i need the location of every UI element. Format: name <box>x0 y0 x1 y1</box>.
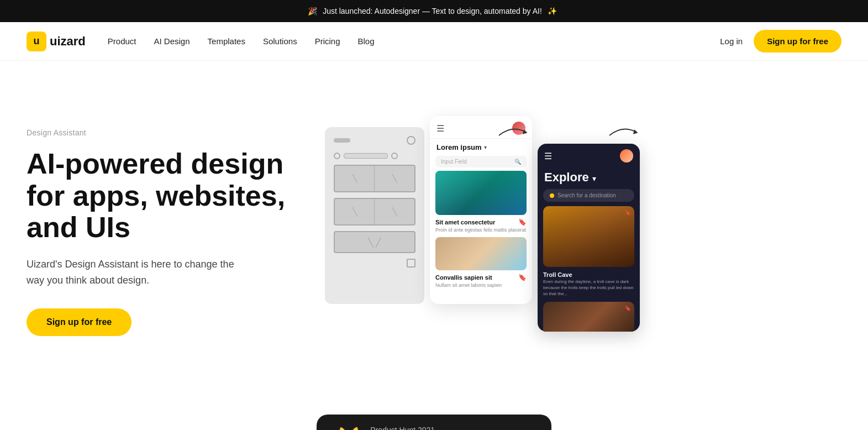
arrow-2-icon <box>607 122 640 141</box>
acd-image-2: 🔖 <box>543 302 634 332</box>
acd-search: Search for a destination <box>543 189 634 202</box>
acl-menu-icon: ☰ <box>436 123 444 134</box>
nav-right: Log in Sign up for free <box>720 30 841 53</box>
acl-bookmark-2-icon: 🔖 <box>518 274 527 281</box>
acl-search: Input Field 🔍 <box>435 156 527 167</box>
acd-menu-icon: ☰ <box>544 151 552 161</box>
acl-image-2 <box>435 237 527 270</box>
hero-section: Design Assistant AI-powered design for a… <box>0 61 868 392</box>
nav-links: Product AI Design Templates Solutions Pr… <box>108 36 720 46</box>
login-button[interactable]: Log in <box>720 36 743 46</box>
hero-visuals: ╲ ╲ ╲ ╲ ╲ ╱ <box>325 116 841 348</box>
acl-chevron-icon: ▾ <box>484 144 487 150</box>
acl-bookmark-1-icon: 🔖 <box>518 218 527 226</box>
main-nav: u uizard Product AI Design Templates Sol… <box>0 22 868 61</box>
banner-emoji-right: ✨ <box>548 7 557 15</box>
bottom-section: 🐱 Product Hunt 2021 Best AI Product of t… <box>0 392 868 430</box>
banner-text: Just launched: Autodesigner — Text to de… <box>323 7 542 15</box>
nav-solutions[interactable]: Solutions <box>263 36 297 46</box>
acl-card2-sub: Nullam sit amet laboris sapien <box>430 282 532 288</box>
acd-bookmark-1-icon: 🔖 <box>624 209 631 216</box>
acd-chevron-icon: ▾ <box>592 174 596 183</box>
acl-search-placeholder: Input Field <box>441 159 467 165</box>
acl-card1-sub: Proin id ante egestas felis mattis place… <box>430 227 532 237</box>
acl-image-1 <box>435 171 527 215</box>
hero-content: Design Assistant AI-powered design for a… <box>27 128 303 335</box>
acd-card1-title: Troll Cave <box>538 270 578 279</box>
announcement-banner: 🎉 Just launched: Autodesigner — Text to … <box>0 0 868 22</box>
acd-card1-sub: Even during the daytime, a troll cave is… <box>538 279 640 302</box>
banner-emoji-left: 🎉 <box>308 7 317 15</box>
acl-search-icon: 🔍 <box>514 159 521 165</box>
nav-product[interactable]: Product <box>108 36 136 46</box>
nav-templates[interactable]: Templates <box>208 36 245 46</box>
nav-blog[interactable]: Blog <box>358 36 375 46</box>
logo-icon: u <box>27 32 46 51</box>
acl-card2-title: Convallis sapien sit <box>435 274 492 281</box>
wf-box-1: ╲ ╲ <box>334 165 415 192</box>
ph-cat-icon: 🐱 <box>336 426 361 430</box>
wireframe-card: ╲ ╲ ╲ ╲ ╲ ╱ <box>325 127 424 304</box>
hero-description: Uizard's Design Assistant is here to cha… <box>27 256 236 289</box>
acd-header: ☰ <box>538 144 640 168</box>
ph-year: Product Hunt 2021 <box>370 426 531 430</box>
acd-bookmark-2-icon: 🔖 <box>624 305 631 311</box>
acd-location-icon <box>550 193 554 198</box>
ph-badge: 🐱 Product Hunt 2021 Best AI Product of t… <box>317 415 551 430</box>
hero-label: Design Assistant <box>27 128 303 137</box>
logo-name: uizard <box>50 34 86 49</box>
acd-image-1: 🔖 <box>543 206 634 267</box>
acl-card1-title: Sit amet consectetur <box>435 219 495 226</box>
acd-avatar <box>620 149 633 162</box>
acd-title: Explore ▾ <box>538 168 640 189</box>
nav-pricing[interactable]: Pricing <box>315 36 340 46</box>
app-card-light: ☰ Lorem ipsum ▾ Input Field 🔍 Sit amet c… <box>430 116 532 304</box>
app-card-dark: ☰ Explore ▾ Search for a destination 🔖 T… <box>538 144 640 332</box>
wf-box-3: ╲ ╱ <box>334 231 415 253</box>
acl-title: Lorem ipsum <box>436 143 482 151</box>
wf-box-2: ╲ ╲ <box>334 198 415 226</box>
arrow-1-icon <box>496 122 529 141</box>
wf-header <box>334 136 415 145</box>
logo-link[interactable]: u uizard <box>27 32 86 51</box>
hero-title: AI-powered design for apps, websites, an… <box>27 148 303 243</box>
nav-ai-design[interactable]: AI Design <box>154 36 190 46</box>
hero-cta-button[interactable]: Sign up for free <box>27 308 131 336</box>
acd-search-placeholder: Search for a destination <box>557 192 616 198</box>
signup-button[interactable]: Sign up for free <box>754 30 841 53</box>
ph-text: Product Hunt 2021 Best AI Product of the… <box>370 426 531 430</box>
